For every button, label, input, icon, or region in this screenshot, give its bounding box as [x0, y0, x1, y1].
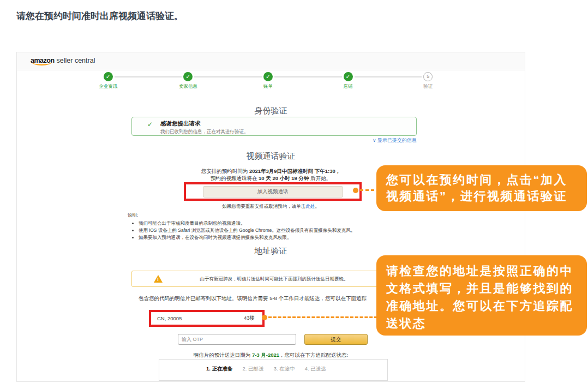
note-item: 使用 iOS 设备上的 Safari 浏览器或其他设备上的 Google Chr…	[139, 227, 355, 234]
reschedule-here-link[interactable]: 此处	[305, 204, 315, 209]
address-country-zip: CN, 20005	[157, 315, 182, 321]
video-call-verification-heading: 视频通话验证	[17, 151, 525, 161]
step-billing: ✓ 账单	[228, 72, 308, 90]
check-circle-icon: ✓	[344, 72, 353, 81]
connector-dashed-line	[268, 316, 377, 318]
tracking-steps: 1. 正在准备 2. 已邮送 3. 在途中 4. 已送达	[159, 360, 387, 373]
banner-subtitle: 我们已收到您的信息，正在对其进行验证。	[160, 129, 249, 135]
tracking-step-delivered: 4. 已送达	[305, 366, 326, 373]
video-call-notes: 说明: 我们可能会出于审核和质量目的录制您的视频通话。 使用 iOS 设备上的 …	[128, 212, 355, 241]
check-circle-icon: ✓	[183, 72, 193, 81]
delivery-date-line: 明信片的预计送达日期为 7-3 月-2021，您可以在下方追踪配送状态:	[17, 352, 525, 359]
tracking-step-preparing: 1. 正在准备	[206, 366, 233, 373]
warning-text: 由于有新冠肺炎，明信片送达时间可能比下面提到的预计送达日期要晚。	[132, 276, 416, 283]
tracking-status-box: 1. 正在准备 2. 已邮送 3. 在途中 4. 已送达	[159, 359, 388, 381]
banner-title: 感谢您提出请求	[160, 120, 249, 128]
red-highlight-join-call: 加入视频通话	[184, 182, 362, 201]
step-seller-info: ✓ 卖家信息	[148, 72, 229, 90]
check-circle-icon: ✓	[263, 72, 273, 81]
annotation-callout-address: 请检查您的地址是按照正确的中文格式填写，并且是能够找到的准确地址。您可以在下方追…	[376, 255, 587, 336]
postcard-info-paragraph: 包含您的代码的明信片已邮寄到以下地址。该明信片需要 5-8 个工作日才能送达，您…	[139, 295, 367, 302]
step-verification: 5 验证	[388, 72, 468, 90]
notes-list: 我们可能会出于审核和质量目的录制您的视频通话。 使用 iOS 设备上的 Safa…	[132, 220, 355, 241]
step-label: 企业资讯	[99, 83, 117, 90]
notes-title: 说明:	[128, 212, 355, 219]
check-icon: ✓	[147, 121, 153, 128]
page: 请您在预约时间准时出席视频通话验证。 amazon seller central…	[0, 0, 588, 389]
connector-dot	[353, 188, 358, 193]
step-label: 账单	[263, 83, 273, 90]
tracking-step-mailed: 2. 已邮送	[243, 366, 264, 373]
step-label: 店铺	[344, 83, 353, 90]
submit-button[interactable]: 提交	[304, 334, 368, 345]
delivery-date: 7-3 月-2021	[252, 352, 279, 358]
step-number-circle: 5	[423, 72, 433, 81]
identity-verification-heading: 身份验证	[17, 106, 525, 116]
annotation-callout-video: 您可以在预约时间，点击“加入视频通话”，进行视频通话验证	[376, 165, 587, 211]
check-circle-icon: ✓	[104, 72, 113, 81]
step-label: 验证	[423, 83, 433, 90]
banner-text: 感谢您提出请求 我们已收到您的信息，正在对其进行验证。	[160, 120, 249, 135]
amazon-seller-central-logo: amazon seller central	[31, 57, 95, 64]
show-submitted-info-link[interactable]: ∨ 显示已提交的信息	[373, 137, 417, 144]
logo-seller-central-text: seller central	[57, 57, 95, 64]
amazon-smile-icon	[32, 62, 52, 65]
step-label: 卖家信息	[179, 83, 197, 90]
covid-warning-banner: 由于有新冠肺炎，明信片送达时间可能比下面提到的预计送达日期要晚。	[131, 271, 417, 287]
page-title: 请您在预约时间准时出席视频通话验证。	[16, 10, 183, 22]
otp-input[interactable]	[178, 334, 296, 345]
connector-dot	[262, 315, 267, 320]
tracking-step-in-transit: 3. 在途中	[274, 366, 295, 373]
progress-steps: ✓ 企业资讯 ✓ 卖家信息 ✓ 账单 ✓ 店铺 5 验证	[68, 72, 468, 90]
request-received-banner: ✓ 感谢您提出请求 我们已收到您的信息，正在对其进行验证。	[131, 117, 417, 136]
card-header: amazon seller central	[17, 52, 525, 70]
note-item: 我们可能会出于审核和质量目的录制您的视频通话。	[139, 220, 355, 227]
note-item: 如果要加入预约通话，在设备询问时为视频通话提供摄像头和麦克风权限。	[139, 234, 355, 241]
red-highlight-address: CN, 20005 43楼	[149, 310, 265, 327]
join-video-call-button[interactable]: 加入视频通话	[203, 186, 343, 198]
step-business-info: ✓ 企业资讯	[68, 72, 148, 90]
amazon-wordmark: amazon	[31, 57, 55, 64]
step-store: ✓ 店铺	[308, 72, 388, 90]
address-floor: 43楼	[244, 315, 255, 322]
